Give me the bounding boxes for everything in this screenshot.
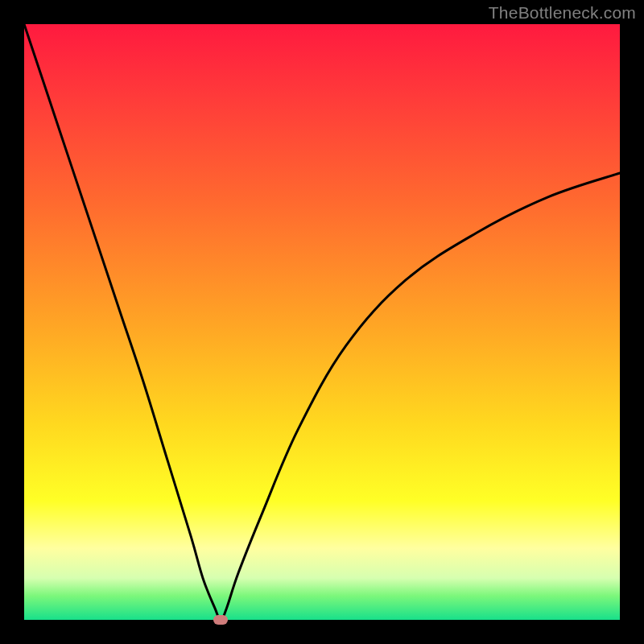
chart-frame: TheBottleneck.com <box>0 0 644 644</box>
bottleneck-curve <box>24 24 620 620</box>
optimal-point-marker <box>213 615 228 625</box>
watermark-text: TheBottleneck.com <box>489 3 636 23</box>
